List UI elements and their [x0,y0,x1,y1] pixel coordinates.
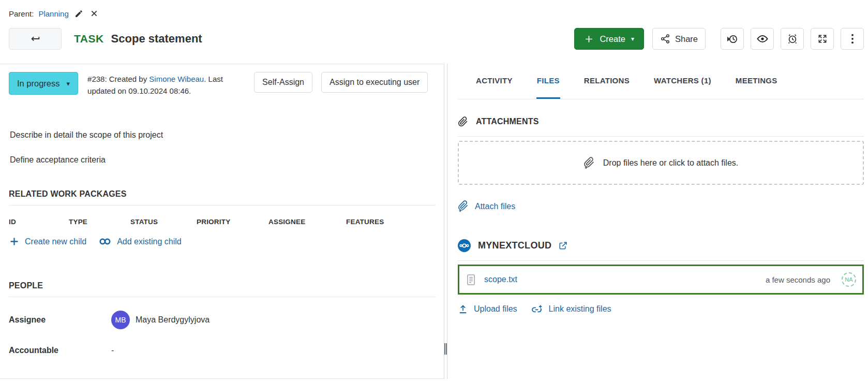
column-status: STATUS [130,218,197,226]
file-link[interactable]: scope.txt [484,275,517,284]
accountable-row: Accountable - [9,346,436,355]
column-id: ID [9,218,69,226]
upload-files-link[interactable]: Upload files [458,304,517,314]
attachments-heading: ATTACHMENTS [476,117,539,126]
tab-activity[interactable]: ACTIVITY [475,76,513,99]
plus-icon [584,34,594,44]
description-line: Define acceptance criteria [10,155,436,165]
status-dropdown[interactable]: In progress ▾ [9,72,78,95]
column-features: FEATURES [346,218,436,226]
pencil-icon [74,9,83,18]
storage-name: MYNEXTCLOUD [478,240,551,251]
remove-parent-button[interactable] [89,9,99,18]
edit-parent-button[interactable] [73,9,84,18]
file-dropzone[interactable]: Drop files here or click to attach files… [458,141,864,185]
create-button[interactable]: Create ▾ [574,28,644,50]
parent-link[interactable]: Planning [38,9,68,18]
file-timestamp: a few seconds ago [766,275,830,284]
nextcloud-icon [458,239,471,252]
header-actions: Create ▾ Share [574,28,864,50]
author-link[interactable]: Simone Wibeau [149,75,204,83]
meta-prefix: #238: Created by [87,75,149,83]
work-package-details-pane: In progress ▾ #238: Created by Simone Wi… [0,64,444,379]
main-content: In progress ▾ #238: Created by Simone Wi… [0,64,868,379]
create-button-label: Create [600,34,625,44]
add-existing-child-link[interactable]: Add existing child [99,237,182,246]
link-existing-files-link[interactable]: Link existing files [531,304,611,314]
paperclip-plus-icon [583,157,595,169]
title-row: TASK Scope statement Create ▾ Share [9,27,864,50]
assign-buttons: Self-Assign Assign to executing user [254,72,428,93]
activity-history-button[interactable] [721,28,744,50]
storage-header: MYNEXTCLOUD [458,239,864,261]
tab-meetings[interactable]: MEETINGS [735,76,778,99]
watch-button[interactable] [751,28,774,50]
plus-icon [9,236,20,247]
attach-files-label: Attach files [475,202,515,211]
reminder-button[interactable] [781,28,804,50]
kebab-menu-icon [851,33,854,45]
pane-resize-handle[interactable] [444,64,447,379]
add-existing-child-label: Add existing child [117,237,182,246]
arrow-left-icon [29,33,41,45]
share-button[interactable]: Share [652,28,706,50]
status-row: In progress ▾ #238: Created by Simone Wi… [9,72,436,97]
storage-actions: Upload files Link existing files [458,304,864,314]
accountable-value[interactable]: - [111,346,114,355]
assignee-label: Assignee [9,315,111,325]
upload-files-label: Upload files [474,304,517,314]
self-assign-button[interactable]: Self-Assign [254,72,312,93]
file-row[interactable]: scope.txt a few seconds ago NA [458,265,864,295]
more-menu-button[interactable] [841,28,864,50]
related-table-header: ID TYPE STATUS PRIORITY ASSIGNEE FEATURE… [9,218,436,226]
external-link-icon [559,241,567,250]
document-icon [466,274,476,286]
tab-files[interactable]: FILES [536,76,560,99]
breadcrumb: Parent: Planning [9,7,864,20]
column-assignee: ASSIGNEE [268,218,346,226]
link-plus-icon [531,304,543,314]
work-package-meta: #238: Created by Simone Wibeau. Last upd… [87,72,244,97]
paperclip-plus-icon [458,200,469,212]
resize-grip-icon[interactable] [444,343,447,355]
back-button[interactable] [9,28,62,50]
description-line: Describe in detail the scope of this pro… [10,130,436,140]
assignee-row: Assignee MB Maya Berdygylyjova [9,311,436,329]
link-rings-icon [99,238,112,245]
status-label: In progress [17,79,60,89]
tab-relations[interactable]: RELATIONS [583,76,630,99]
create-new-child-link[interactable]: Create new child [9,236,86,247]
history-icon [726,33,738,45]
tab-bar: ACTIVITY FILES RELATIONS WATCHERS (1) ME… [458,64,864,99]
tab-watchers[interactable]: WATCHERS (1) [653,76,712,99]
accountable-label: Accountable [9,346,111,355]
attachments-header: ATTACHMENTS [458,116,864,137]
expand-icon [817,34,828,44]
column-type: TYPE [69,218,130,226]
assignee-name[interactable]: Maya Berdygylyjova [136,315,209,325]
people-heading: PEOPLE [9,281,436,297]
create-new-child-label: Create new child [25,237,86,246]
paperclip-icon [458,116,468,127]
related-work-packages-heading: RELATED WORK PACKAGES [9,189,436,206]
details-tabs-pane: ACTIVITY FILES RELATIONS WATCHERS (1) ME… [447,64,868,379]
work-package-type: TASK [74,33,104,45]
close-icon [90,9,98,18]
assign-executing-user-button[interactable]: Assign to executing user [321,72,428,93]
column-priority: PRIORITY [197,218,268,226]
fullscreen-button[interactable] [811,28,834,50]
upload-icon [458,304,468,314]
chevron-down-icon: ▾ [67,80,70,87]
open-storage-link[interactable] [559,241,567,250]
page-title: Scope statement [111,32,202,46]
child-actions: Create new child Add existing child [9,236,436,247]
file-user-avatar: NA [842,272,856,287]
link-existing-files-label: Link existing files [549,304,611,314]
assignee-avatar[interactable]: MB [111,311,130,329]
description: Describe in detail the scope of this pro… [9,130,436,165]
chevron-down-icon: ▾ [631,35,634,42]
work-package-page: Parent: Planning TASK Scope statement Cr… [0,0,868,379]
attach-files-link[interactable]: Attach files [458,200,515,212]
alarm-clock-icon [787,33,798,45]
share-button-label: Share [675,34,698,44]
